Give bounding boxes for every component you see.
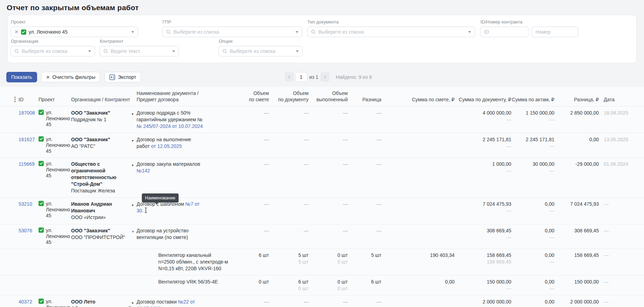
counterparty-filter-label: Контрагент xyxy=(100,39,123,44)
cell-sum_estimate xyxy=(381,197,455,224)
counterparty-name: Подрядчик № 1 xyxy=(71,116,133,123)
project-name: ул.Леночкино 45 xyxy=(46,110,71,128)
cell-sum_doc: 7 024 475,93— xyxy=(455,197,511,224)
column-tooltip: Наименование xyxy=(142,193,179,203)
cell-vol_done: — xyxy=(309,157,348,197)
cell-date: — xyxy=(599,197,644,224)
item-row: Вентилятор канальный n=2500 об/мин., с э… xyxy=(0,248,644,275)
cell-vol_diff-value: 6 шт xyxy=(348,279,381,285)
toolbar: Показать ✕ Очистить фильтры Экспорт из 1… xyxy=(0,72,644,82)
cell-sum_diff: 308 669,45 xyxy=(554,224,599,248)
cell-vol_done-value: 0 шт xyxy=(309,279,348,285)
cell-document: ▸ Договор на выполнение работ от 12.05.2… xyxy=(131,133,201,157)
contract-id-link[interactable]: 53210 xyxy=(19,201,32,207)
contract-id-link[interactable]: 161627 xyxy=(19,137,35,142)
contract-number-input[interactable] xyxy=(532,27,578,37)
cell-sum_acts-secondary: — xyxy=(511,285,554,292)
cell-id: 53076 xyxy=(19,224,39,248)
clear-filters-button[interactable]: ✕ Очистить фильтры xyxy=(41,72,101,82)
cell-date: 01.06.2024 xyxy=(599,157,644,197)
chevron-down-icon xyxy=(296,50,299,52)
cell-vol_done-value: 0 шт xyxy=(309,252,348,259)
contract-id-input[interactable] xyxy=(480,27,528,37)
export-button[interactable]: Экспорт xyxy=(104,72,141,82)
text-cursor-icon xyxy=(144,207,147,213)
check-icon xyxy=(22,30,25,33)
pagination: из 1 Найдено: 9 из 9 xyxy=(285,72,372,82)
row-gutter xyxy=(0,224,19,248)
row-gutter xyxy=(0,157,19,197)
contract-id-link[interactable]: 115669 xyxy=(19,161,35,167)
column-header-vol_diff: Разница xyxy=(348,87,381,106)
document-link[interactable]: № 245/07-2024 от 10.07.2024 xyxy=(137,123,203,129)
cell-vol_estimate-value: — xyxy=(201,299,269,305)
results-count-label: Найдено: 9 из 9 xyxy=(336,74,372,80)
contract-id-link[interactable]: 40372 xyxy=(19,299,32,305)
next-page-button[interactable] xyxy=(320,72,330,82)
cell-sum_doc-secondary: — xyxy=(455,234,511,241)
cell-sum_doc-secondary: — xyxy=(455,168,511,174)
cell-date: — xyxy=(599,224,644,248)
search-icon xyxy=(311,29,316,34)
prev-page-button[interactable] xyxy=(285,72,294,82)
organization-select-placeholder: Выберите из списка xyxy=(22,48,67,54)
cell-sum_acts: 30 000,00— xyxy=(511,157,554,197)
document-link[interactable]: №142 xyxy=(137,168,150,173)
column-header-menu: ⋮ xyxy=(0,87,19,106)
counterparty-name: АО "РАТС" xyxy=(71,143,133,150)
cell-vol_doc-value: — xyxy=(269,161,309,168)
cell-id: 115669 xyxy=(19,157,39,197)
clear-project-icon[interactable]: ✕ xyxy=(14,29,19,34)
page-number-input[interactable] xyxy=(295,72,307,82)
project-checked-icon xyxy=(39,201,44,206)
cell-item: Вентилятор VRK 56/35-4Е xyxy=(131,275,201,295)
doc-type-select[interactable]: Выберите из списка xyxy=(307,27,475,37)
cell-project: ул.Леночкино 45 xyxy=(39,133,71,157)
row-gutter xyxy=(0,275,19,295)
cell-date: 13.05.2025 xyxy=(599,133,644,157)
project-checked-icon xyxy=(39,136,44,142)
counterparty-name: ООО "ПРОФИТСТРОЙ" xyxy=(71,234,133,241)
expand-row-arrow[interactable]: ▸ xyxy=(132,110,134,117)
chevron-down-icon xyxy=(468,31,471,33)
chevron-down-icon xyxy=(296,31,298,33)
expand-row-arrow[interactable]: ▸ xyxy=(132,299,134,306)
cell-date-value: — xyxy=(604,299,644,305)
cell-sum_diff: 2 000 000,00 xyxy=(554,295,599,307)
contract-id-link[interactable]: 187008 xyxy=(19,110,35,116)
column-header-id: ID xyxy=(19,87,39,106)
report-table-body: 187008 ул.Леночкино 45 ООО "Заказчик" По… xyxy=(0,106,644,307)
cell-vol_done: 0 шт0 шт xyxy=(309,275,348,295)
document-link[interactable]: от 12.05.2025 xyxy=(151,143,182,149)
cell-vol_done: — xyxy=(309,197,348,224)
contract-id-link[interactable]: 53076 xyxy=(19,228,32,233)
cell-vol_doc-value: — xyxy=(269,201,309,207)
counterparty-select[interactable]: Ведите текст xyxy=(99,46,179,56)
cell-vol_doc-secondary: 0 шт xyxy=(269,285,309,292)
collapse-row-arrow[interactable]: ▾ xyxy=(132,228,134,235)
cell-organization: ООО "Заказчик" ООО "ПРОФИТСТРОЙ" xyxy=(71,224,131,248)
cell-sum_doc-value: 4 000 000,00 xyxy=(455,110,511,116)
options-select[interactable]: Выберите из списка xyxy=(219,46,303,56)
cell-sum_doc: 158 669,45158 669,45 xyxy=(455,248,511,275)
expand-row-arrow[interactable]: ▸ xyxy=(132,202,134,208)
cell-sum_estimate xyxy=(381,133,455,157)
column-settings-button[interactable]: ⋮ xyxy=(0,96,18,103)
gpr-select[interactable]: Выберите из списка xyxy=(162,27,302,37)
show-button[interactable]: Показать xyxy=(6,72,37,82)
empty-cell xyxy=(19,275,131,295)
project-checkbox[interactable] xyxy=(21,29,26,35)
column-header-project: Проект xyxy=(39,87,71,106)
cell-vol_done: — xyxy=(309,133,348,157)
expand-row-arrow[interactable]: ▸ xyxy=(132,162,134,168)
organization-select[interactable]: Выберите из списка xyxy=(11,46,95,56)
project-select[interactable]: ✕ ул. Леночкино 45 xyxy=(11,27,138,37)
cell-sum_diff: 0,00 xyxy=(554,133,599,157)
project-checked-icon xyxy=(39,227,44,233)
cell-document: ▸ Договор подряда с 50% гарантийным удер… xyxy=(131,106,201,133)
cell-sum_acts-value: 0,00 xyxy=(511,252,554,259)
cell-sum_diff-value: 150 000,00 xyxy=(554,279,599,285)
expand-row-arrow[interactable]: ▸ xyxy=(132,137,134,144)
row-gutter xyxy=(0,106,19,133)
column-header-sum_doc: Сумма по документу, ₽ xyxy=(455,87,511,106)
